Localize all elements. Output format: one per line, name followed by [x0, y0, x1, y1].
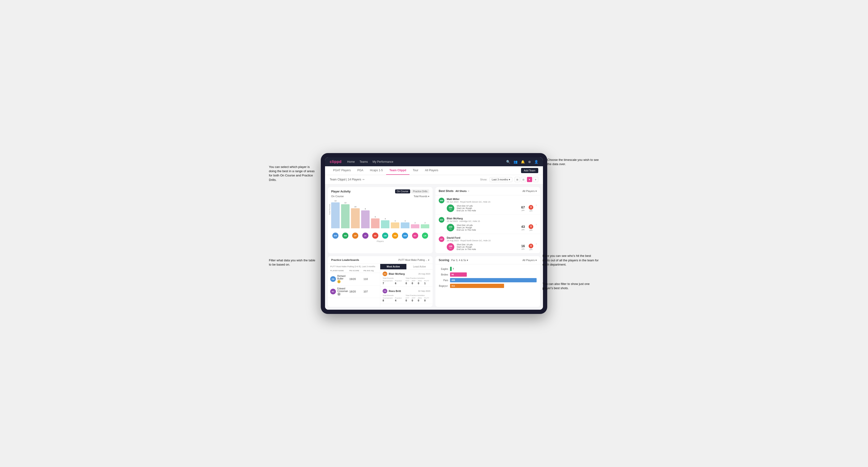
- lb-headers: PLAYER NAME PB SCORE PB AVG SQ: [328, 269, 380, 273]
- add-team-button[interactable]: Add Team: [521, 168, 538, 173]
- act-app-1: APP 0: [412, 297, 415, 302]
- player-avatar-2[interactable]: DF: [352, 232, 358, 239]
- nav-link-performance[interactable]: My Performance: [372, 159, 393, 164]
- player-avatar-3[interactable]: JC: [362, 232, 368, 239]
- bar-6[interactable]: [391, 222, 399, 228]
- grid-alt-view-icon[interactable]: ⊟: [521, 177, 526, 182]
- act-player-header-0: BM Blair McHarg 26 Aug 2023: [382, 272, 430, 276]
- user-circle-icon[interactable]: 👤: [534, 160, 538, 164]
- act-practice-group-0: Total Practice Activities GTT 0 APP 0 AR…: [405, 277, 429, 285]
- player-avatar-4[interactable]: EE: [372, 232, 378, 239]
- grid-view-icon[interactable]: ⊞: [515, 177, 520, 182]
- bar-5[interactable]: [381, 220, 390, 228]
- activity-player-1[interactable]: RB Rees Britt 02 Sep 2023 Total Rounds T…: [380, 287, 433, 304]
- heart-view-icon[interactable]: ♥: [527, 177, 532, 182]
- bar-0[interactable]: [331, 203, 340, 228]
- activity-players: BM Blair McHarg 26 Aug 2023 Total Rounds…: [380, 270, 433, 304]
- team-name: Team Clippd | 14 Players: [330, 178, 361, 181]
- bar-7[interactable]: [401, 222, 409, 228]
- tab-team-clippd[interactable]: Team Clippd: [386, 166, 409, 175]
- tab-all-players[interactable]: All Players: [422, 166, 441, 175]
- all-players-dropdown[interactable]: All Players ▾: [522, 190, 537, 193]
- scoring-bar-1: 96: [450, 272, 467, 277]
- scoring-bar-wrap-2: 499: [450, 278, 537, 282]
- bar-9[interactable]: [421, 224, 429, 228]
- scoring-players-dropdown[interactable]: All Players ▾: [522, 259, 537, 262]
- scoring-par-dropdown[interactable]: Par 3, 4 & 5s ▾: [451, 259, 468, 262]
- top-nav: clippd Home Teams My Performance 🔍 👥 🔔 ⊕…: [325, 157, 543, 166]
- list-view-icon[interactable]: ≡: [533, 177, 538, 182]
- scoring-bar-val-outside-0: 3: [452, 268, 454, 270]
- nav-link-home[interactable]: Home: [347, 159, 355, 164]
- tab-hcaps[interactable]: Hcaps 1-5: [367, 166, 386, 175]
- shot-meta-2: 24 Aug 2023 · Royal North Devon GC, Hole…: [447, 239, 533, 242]
- most-active-tab[interactable]: Most Active: [380, 264, 406, 269]
- shot-details-1: 200 SG Shot Dist: 43 yds Start Lie: Roug…: [447, 224, 533, 231]
- chart-dropdown[interactable]: Total Rounds ▾: [414, 195, 429, 198]
- player-avatar-9[interactable]: LR: [422, 232, 428, 239]
- player-avatar-6[interactable]: RB: [392, 232, 398, 239]
- edit-icon[interactable]: ✏: [363, 178, 365, 181]
- act-arg-0: ARG 0: [418, 280, 422, 285]
- search-icon[interactable]: 🔍: [506, 160, 510, 164]
- tab-pga[interactable]: PGA: [354, 166, 367, 175]
- player-avatar-5[interactable]: GB: [382, 232, 388, 239]
- least-active-tab[interactable]: Least Active: [406, 264, 433, 269]
- act-practice-sub-0: GTT 0 APP 0 ARG 0 PUTT 1: [405, 280, 429, 285]
- act-avatar-1: RB: [382, 289, 387, 293]
- annotation-top-left: You can select which player is doing the…: [269, 165, 316, 182]
- bar-group-8: 2: [411, 222, 420, 228]
- team-header: Team Clippd | 14 Players ✏ Show: Last 3 …: [325, 175, 543, 184]
- bar-3[interactable]: [361, 210, 370, 228]
- act-practice-sub-1: GTT 0 APP 0 ARG 0 PUTT 0: [405, 297, 429, 302]
- all-shots-toggle[interactable]: All Shots: [456, 190, 467, 192]
- lb-rank-0: 1: [337, 280, 341, 283]
- on-course-toggle[interactable]: On Course: [395, 189, 410, 193]
- scoring-label-3: Bogeys+: [439, 285, 448, 287]
- tab-pgat-players[interactable]: PGAT Players: [330, 166, 354, 175]
- plus-circle-icon[interactable]: ⊕: [528, 160, 531, 164]
- scoring-row-3: Bogeys+ 311: [439, 284, 537, 288]
- shot-chevron-1[interactable]: ›: [536, 222, 537, 226]
- bar-value-2: 10: [354, 206, 356, 208]
- lb-header-name: PLAYER NAME: [330, 270, 349, 272]
- player-avatar-0[interactable]: BM: [332, 232, 338, 239]
- shot-text-0: Shot Dist: 67 yds Start Lie: Rough End L…: [457, 205, 476, 212]
- shot-chevron-2[interactable]: ›: [536, 242, 537, 246]
- shot-item-2[interactable]: DF David Ford 24 Aug 2023 · Royal North …: [435, 234, 540, 253]
- lb-row-1[interactable]: EC Edward Crossman 2 18/20 107: [328, 285, 380, 298]
- shot-item-1[interactable]: BM Blair McHarg 23 Jul 2023 · Ashridge G…: [435, 215, 540, 234]
- practice-dropdown[interactable]: PUTT Must Make Putting ... ▾: [398, 259, 429, 261]
- bar-8[interactable]: [411, 224, 420, 228]
- show-select-dropdown[interactable]: Last 3 months ▾: [490, 177, 512, 182]
- practice-header: Practice Leaderboards PUTT Must Make Put…: [328, 256, 433, 264]
- bar-value-1: 12: [344, 201, 346, 204]
- shot-chevron-0[interactable]: ›: [536, 203, 537, 207]
- shot-item-0[interactable]: MM Matt Miller 09 Jun 2023 · Royal North…: [435, 195, 540, 215]
- users-icon[interactable]: 👥: [514, 160, 518, 164]
- act-practice-group-1: Total Practice Activities GTT 0 APP 0 AR…: [405, 294, 429, 302]
- player-avatar-1[interactable]: RB: [342, 232, 348, 239]
- scoring-row-0: Eagles 3: [439, 267, 537, 271]
- tab-tour[interactable]: Tour: [409, 166, 422, 175]
- bell-icon[interactable]: 🔔: [521, 160, 525, 164]
- bar-1[interactable]: [341, 204, 349, 228]
- tablet-device: clippd Home Teams My Performance 🔍 👥 🔔 ⊕…: [321, 153, 547, 314]
- practice-drills-toggle[interactable]: Practice Drills: [411, 189, 429, 193]
- shots-toggle: All Shots ▾: [456, 190, 470, 193]
- y-axis-label: Total Rounds: [329, 204, 331, 215]
- player-avatar-7[interactable]: MM: [402, 232, 408, 239]
- lb-row-0[interactable]: RB Richard Butler 1 19/20 110: [328, 273, 380, 285]
- act-name-row-1: RB Rees Britt: [382, 289, 401, 293]
- bar-4[interactable]: [371, 218, 379, 228]
- act-app-0: APP 0: [412, 280, 415, 285]
- activity-player-0[interactable]: BM Blair McHarg 26 Aug 2023 Total Rounds…: [380, 270, 433, 287]
- act-player-name-1: Rees Britt: [389, 290, 401, 292]
- bar-2[interactable]: [351, 208, 360, 228]
- nav-link-teams[interactable]: Teams: [360, 159, 368, 164]
- player-avatar-8[interactable]: EC: [412, 232, 418, 239]
- lb-player-0: RB Richard Butler 1: [330, 275, 349, 283]
- bar-value-8: 2: [415, 222, 415, 224]
- act-player-name-0: Blair McHarg: [389, 272, 405, 275]
- act-rounds-sub-0: Tournament 7 Practice 6: [382, 280, 402, 285]
